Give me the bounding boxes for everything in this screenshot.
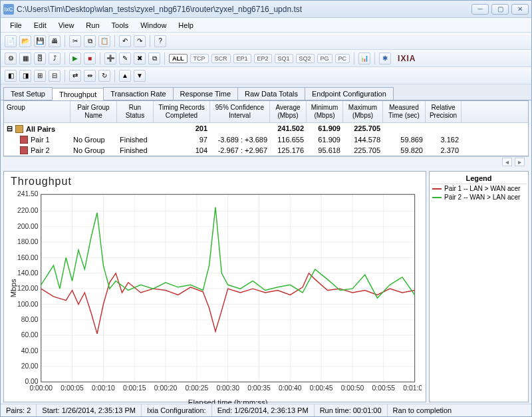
- menubar: File Edit View Run Tools Window Help: [1, 18, 531, 33]
- export-icon[interactable]: ⤴: [49, 53, 61, 65]
- menu-view[interactable]: View: [53, 20, 80, 31]
- minimize-button[interactable]: ─: [471, 4, 489, 15]
- chart-title: Throughput: [8, 174, 422, 189]
- grid-row-summary[interactable]: ⊟All Pairs 201 241.502 61.909 225.705: [4, 123, 528, 134]
- filter-sq1[interactable]: SQ1: [275, 54, 293, 63]
- cut-icon[interactable]: ✂: [69, 35, 81, 47]
- collapse-icon[interactable]: ⊟: [49, 70, 61, 82]
- menu-tools[interactable]: Tools: [106, 20, 134, 31]
- legend-swatch: [432, 188, 442, 190]
- sort-asc-icon[interactable]: ▲: [119, 70, 131, 82]
- redo-icon[interactable]: ↷: [134, 35, 146, 47]
- db-icon[interactable]: 🗄: [34, 53, 46, 65]
- table-row[interactable]: Pair 2 No Group Finished 104 -2.967 : +2…: [4, 145, 528, 156]
- col-pair-group[interactable]: Pair Group Name: [70, 101, 117, 122]
- menu-edit[interactable]: Edit: [29, 20, 52, 31]
- cell-max: 225.705: [343, 146, 383, 155]
- chart-area[interactable]: 0.0020.0040.0060.0080.00100.00120.00140.…: [8, 189, 422, 404]
- tab-transaction-rate[interactable]: Transaction Rate: [103, 87, 173, 100]
- maximize-button[interactable]: ▢: [491, 4, 509, 15]
- paste-icon[interactable]: 📋: [98, 35, 110, 47]
- svg-text:140.00: 140.00: [17, 269, 39, 277]
- filter-ep1[interactable]: EP1: [233, 54, 251, 63]
- play-icon[interactable]: ▶: [69, 53, 81, 65]
- col-group[interactable]: Group: [4, 101, 70, 122]
- link-icon[interactable]: ⇄: [69, 70, 81, 82]
- tab-endpoint-config[interactable]: Endpoint Configuration: [305, 87, 394, 100]
- filter-scr[interactable]: SCR: [211, 54, 231, 63]
- col-confidence[interactable]: 95% Confidence Interval: [210, 101, 270, 122]
- col-average[interactable]: Average (Mbps): [270, 101, 307, 122]
- cell-rp: 3.162: [426, 135, 462, 144]
- globe-icon[interactable]: ✱: [379, 53, 391, 65]
- close-button[interactable]: ✕: [511, 4, 529, 15]
- col-minimum[interactable]: Minimum (Mbps): [307, 101, 343, 122]
- chart-icon[interactable]: 📊: [358, 53, 370, 65]
- pair-add-icon[interactable]: ➕: [104, 53, 116, 65]
- filter-sq2[interactable]: SQ2: [296, 54, 315, 63]
- col-timing-records[interactable]: Timing Records Completed: [154, 101, 210, 122]
- svg-text:0:00:00: 0:00:00: [29, 384, 53, 392]
- unlink-icon[interactable]: ⇹: [84, 70, 96, 82]
- tab-test-setup[interactable]: Test Setup: [3, 87, 53, 100]
- expand-icon[interactable]: ⊞: [34, 70, 46, 82]
- cell-pgn: No Group: [70, 135, 117, 144]
- help-icon[interactable]: ?: [154, 35, 166, 47]
- col-measured-time[interactable]: Measured Time (sec): [383, 101, 426, 122]
- menu-help[interactable]: Help: [173, 20, 199, 31]
- filter-tcp[interactable]: TCP: [190, 54, 209, 63]
- ungroup-icon[interactable]: ◨: [19, 70, 31, 82]
- cell-mt: 59.869: [383, 135, 426, 144]
- pair-edit-icon[interactable]: ✎: [119, 53, 131, 65]
- menu-run[interactable]: Run: [80, 20, 104, 31]
- undo-icon[interactable]: ↶: [119, 35, 131, 47]
- legend-item[interactable]: Pair 2 -- WAN > LAN acer: [431, 193, 527, 202]
- window-title: C:\Users\Tim\Desktop\wlan_tests\zyxel_nb…: [17, 5, 471, 14]
- svg-text:160.00: 160.00: [17, 254, 39, 261]
- sync-icon[interactable]: ↻: [98, 70, 110, 82]
- scroll-left-icon[interactable]: ◂: [502, 158, 512, 166]
- open-icon[interactable]: 📂: [19, 35, 31, 47]
- svg-text:0:00:10: 0:00:10: [92, 384, 115, 392]
- scroll-right-icon[interactable]: ▸: [515, 158, 525, 166]
- filter-ep2[interactable]: EP2: [254, 54, 272, 63]
- pair-copy-icon[interactable]: ⧉: [148, 53, 160, 65]
- svg-text:0:00:55: 0:00:55: [372, 384, 396, 392]
- col-run-status[interactable]: Run Status: [117, 101, 154, 122]
- folder-icon: [15, 125, 23, 133]
- status-runtime: Run time: 00:01:00: [315, 404, 388, 416]
- col-maximum[interactable]: Maximum (Mbps): [343, 101, 383, 122]
- tab-raw-data[interactable]: Raw Data Totals: [237, 87, 305, 100]
- sort-desc-icon[interactable]: ▼: [134, 70, 146, 82]
- row-label: Pair 1: [31, 136, 50, 144]
- window-controls: ─ ▢ ✕: [471, 4, 529, 15]
- tab-throughput[interactable]: Throughput: [52, 88, 104, 100]
- filter-all[interactable]: ALL: [169, 54, 188, 63]
- copy-icon[interactable]: ⧉: [84, 35, 96, 47]
- legend-item[interactable]: Pair 1 -- LAN > WAN acer: [431, 184, 527, 193]
- menu-window[interactable]: Window: [135, 20, 172, 31]
- pair-del-icon[interactable]: ✖: [134, 53, 146, 65]
- cell-run: Finished: [117, 135, 154, 144]
- filter-pg[interactable]: PG: [317, 54, 332, 63]
- table-row[interactable]: Pair 1 No Group Finished 97 -3.689 : +3.…: [4, 134, 528, 145]
- print-icon[interactable]: 🖶: [49, 35, 61, 47]
- grid-icon[interactable]: ▦: [19, 53, 31, 65]
- save-icon[interactable]: 💾: [34, 35, 46, 47]
- results-grid: Group Pair Group Name Run Status Timing …: [3, 100, 529, 156]
- legend-panel: Legend Pair 1 -- LAN > WAN acerPair 2 --…: [429, 171, 529, 402]
- pair-icon: [20, 136, 28, 144]
- cell-avg: 125.176: [270, 146, 307, 155]
- tab-response-time[interactable]: Response Time: [173, 87, 238, 100]
- tree-collapse-icon[interactable]: ⊟: [7, 124, 13, 133]
- legend-label: Pair 1 -- LAN > WAN acer: [444, 185, 520, 192]
- stop-icon[interactable]: ■: [84, 53, 96, 65]
- config-icon[interactable]: ⚙: [5, 53, 17, 65]
- result-tabs: Test Setup Throughput Transaction Rate R…: [1, 84, 531, 100]
- col-rel-precision[interactable]: Relative Precision: [426, 101, 462, 122]
- group-icon[interactable]: ◧: [5, 70, 17, 82]
- filter-pc[interactable]: PC: [335, 54, 350, 63]
- menu-file[interactable]: File: [5, 20, 27, 31]
- legend-swatch: [432, 197, 442, 198]
- new-icon[interactable]: 📄: [5, 35, 17, 47]
